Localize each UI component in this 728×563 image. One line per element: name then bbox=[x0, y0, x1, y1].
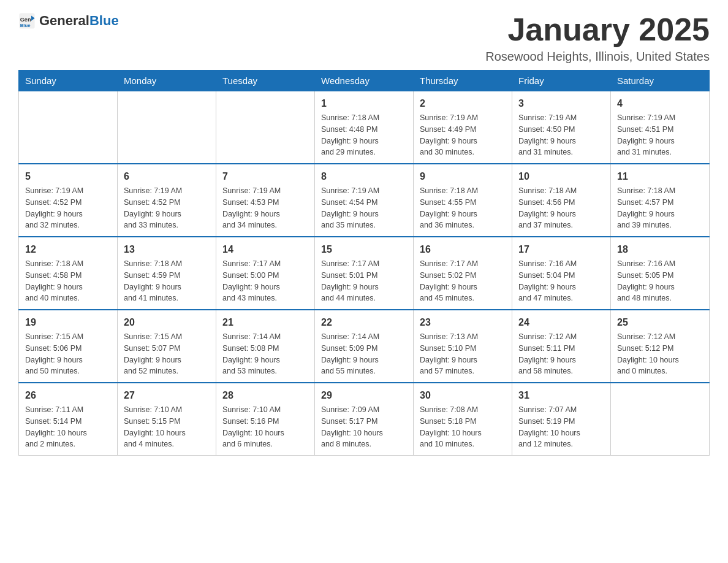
calendar-cell: 4Sunrise: 7:19 AMSunset: 4:51 PMDaylight… bbox=[611, 91, 710, 164]
day-number: 31 bbox=[518, 388, 604, 403]
day-number: 29 bbox=[321, 388, 407, 403]
day-info: Sunrise: 7:10 AMSunset: 5:16 PMDaylight:… bbox=[222, 404, 308, 450]
calendar-week-row: 26Sunrise: 7:11 AMSunset: 5:14 PMDayligh… bbox=[19, 383, 710, 456]
day-info: Sunrise: 7:11 AMSunset: 5:14 PMDaylight:… bbox=[25, 404, 111, 450]
calendar-week-row: 1Sunrise: 7:18 AMSunset: 4:48 PMDaylight… bbox=[19, 91, 710, 164]
day-info: Sunrise: 7:10 AMSunset: 5:15 PMDaylight:… bbox=[124, 404, 210, 450]
day-info: Sunrise: 7:19 AMSunset: 4:54 PMDaylight:… bbox=[321, 185, 407, 231]
day-info: Sunrise: 7:12 AMSunset: 5:11 PMDaylight:… bbox=[518, 331, 604, 377]
calendar-cell: 8Sunrise: 7:19 AMSunset: 4:54 PMDaylight… bbox=[315, 164, 414, 237]
calendar-cell: 11Sunrise: 7:18 AMSunset: 4:57 PMDayligh… bbox=[611, 164, 710, 237]
calendar-cell: 5Sunrise: 7:19 AMSunset: 4:52 PMDaylight… bbox=[19, 164, 118, 237]
day-number: 16 bbox=[420, 242, 506, 257]
logo-text-general: General bbox=[39, 13, 89, 28]
calendar-week-row: 19Sunrise: 7:15 AMSunset: 5:06 PMDayligh… bbox=[19, 310, 710, 383]
calendar-cell: 27Sunrise: 7:10 AMSunset: 5:15 PMDayligh… bbox=[118, 383, 216, 456]
page-header: Gen Blue GeneralBlue January 2025 Rosewo… bbox=[18, 12, 710, 64]
day-info: Sunrise: 7:19 AMSunset: 4:53 PMDaylight:… bbox=[222, 185, 308, 231]
day-info: Sunrise: 7:16 AMSunset: 5:04 PMDaylight:… bbox=[518, 258, 604, 304]
day-info: Sunrise: 7:15 AMSunset: 5:06 PMDaylight:… bbox=[25, 331, 111, 377]
calendar-cell: 17Sunrise: 7:16 AMSunset: 5:04 PMDayligh… bbox=[512, 237, 611, 310]
day-info: Sunrise: 7:17 AMSunset: 5:00 PMDaylight:… bbox=[222, 258, 308, 304]
calendar-cell: 6Sunrise: 7:19 AMSunset: 4:52 PMDaylight… bbox=[118, 164, 216, 237]
calendar-subtitle: Rosewood Heights, Illinois, United State… bbox=[485, 50, 710, 64]
calendar-cell bbox=[216, 91, 315, 164]
day-number: 15 bbox=[321, 242, 407, 257]
calendar-cell: 10Sunrise: 7:18 AMSunset: 4:56 PMDayligh… bbox=[512, 164, 611, 237]
title-block: January 2025 Rosewood Heights, Illinois,… bbox=[485, 12, 710, 64]
day-info: Sunrise: 7:19 AMSunset: 4:52 PMDaylight:… bbox=[25, 185, 111, 231]
day-info: Sunrise: 7:14 AMSunset: 5:09 PMDaylight:… bbox=[321, 331, 407, 377]
calendar-cell: 3Sunrise: 7:19 AMSunset: 4:50 PMDaylight… bbox=[512, 91, 611, 164]
day-info: Sunrise: 7:08 AMSunset: 5:18 PMDaylight:… bbox=[420, 404, 506, 450]
day-info: Sunrise: 7:17 AMSunset: 5:02 PMDaylight:… bbox=[420, 258, 506, 304]
day-number: 26 bbox=[25, 388, 111, 403]
calendar-cell: 30Sunrise: 7:08 AMSunset: 5:18 PMDayligh… bbox=[414, 383, 512, 456]
day-info: Sunrise: 7:18 AMSunset: 4:56 PMDaylight:… bbox=[518, 185, 604, 231]
calendar-cell: 25Sunrise: 7:12 AMSunset: 5:12 PMDayligh… bbox=[611, 310, 710, 383]
day-number: 22 bbox=[321, 315, 407, 330]
day-info: Sunrise: 7:07 AMSunset: 5:19 PMDaylight:… bbox=[518, 404, 604, 450]
logo-icon: Gen Blue bbox=[18, 12, 36, 29]
day-info: Sunrise: 7:18 AMSunset: 4:57 PMDaylight:… bbox=[617, 185, 703, 231]
calendar-cell: 24Sunrise: 7:12 AMSunset: 5:11 PMDayligh… bbox=[512, 310, 611, 383]
day-info: Sunrise: 7:14 AMSunset: 5:08 PMDaylight:… bbox=[222, 331, 308, 377]
day-info: Sunrise: 7:09 AMSunset: 5:17 PMDaylight:… bbox=[321, 404, 407, 450]
day-info: Sunrise: 7:19 AMSunset: 4:49 PMDaylight:… bbox=[420, 112, 506, 158]
day-number: 14 bbox=[222, 242, 308, 257]
day-number: 2 bbox=[420, 96, 506, 111]
day-info: Sunrise: 7:19 AMSunset: 4:51 PMDaylight:… bbox=[617, 112, 703, 158]
calendar-cell: 31Sunrise: 7:07 AMSunset: 5:19 PMDayligh… bbox=[512, 383, 611, 456]
day-info: Sunrise: 7:18 AMSunset: 4:58 PMDaylight:… bbox=[25, 258, 111, 304]
weekday-header-wednesday: Wednesday bbox=[315, 71, 414, 91]
calendar-table: SundayMondayTuesdayWednesdayThursdayFrid… bbox=[18, 70, 710, 456]
calendar-cell: 28Sunrise: 7:10 AMSunset: 5:16 PMDayligh… bbox=[216, 383, 315, 456]
calendar-cell: 21Sunrise: 7:14 AMSunset: 5:08 PMDayligh… bbox=[216, 310, 315, 383]
day-number: 23 bbox=[420, 315, 506, 330]
calendar-cell: 19Sunrise: 7:15 AMSunset: 5:06 PMDayligh… bbox=[19, 310, 118, 383]
weekday-header-monday: Monday bbox=[118, 71, 216, 91]
day-number: 7 bbox=[222, 169, 308, 184]
weekday-header-friday: Friday bbox=[512, 71, 611, 91]
calendar-cell: 12Sunrise: 7:18 AMSunset: 4:58 PMDayligh… bbox=[19, 237, 118, 310]
calendar-cell: 7Sunrise: 7:19 AMSunset: 4:53 PMDaylight… bbox=[216, 164, 315, 237]
day-info: Sunrise: 7:18 AMSunset: 4:48 PMDaylight:… bbox=[321, 112, 407, 158]
day-info: Sunrise: 7:18 AMSunset: 4:59 PMDaylight:… bbox=[124, 258, 210, 304]
calendar-cell: 22Sunrise: 7:14 AMSunset: 5:09 PMDayligh… bbox=[315, 310, 414, 383]
calendar-week-row: 5Sunrise: 7:19 AMSunset: 4:52 PMDaylight… bbox=[19, 164, 710, 237]
day-info: Sunrise: 7:18 AMSunset: 4:55 PMDaylight:… bbox=[420, 185, 506, 231]
calendar-cell: 23Sunrise: 7:13 AMSunset: 5:10 PMDayligh… bbox=[414, 310, 512, 383]
calendar-cell: 29Sunrise: 7:09 AMSunset: 5:17 PMDayligh… bbox=[315, 383, 414, 456]
logo: Gen Blue GeneralBlue bbox=[18, 12, 119, 29]
day-number: 19 bbox=[25, 315, 111, 330]
day-number: 30 bbox=[420, 388, 506, 403]
svg-text:Blue: Blue bbox=[20, 23, 31, 28]
weekday-header-thursday: Thursday bbox=[414, 71, 512, 91]
weekday-header-saturday: Saturday bbox=[611, 71, 710, 91]
calendar-header-row: SundayMondayTuesdayWednesdayThursdayFrid… bbox=[19, 71, 710, 91]
day-number: 11 bbox=[617, 169, 703, 184]
calendar-cell bbox=[118, 91, 216, 164]
day-number: 6 bbox=[124, 169, 210, 184]
calendar-cell: 20Sunrise: 7:15 AMSunset: 5:07 PMDayligh… bbox=[118, 310, 216, 383]
day-number: 20 bbox=[124, 315, 210, 330]
day-number: 21 bbox=[222, 315, 308, 330]
day-number: 3 bbox=[518, 96, 604, 111]
calendar-cell: 1Sunrise: 7:18 AMSunset: 4:48 PMDaylight… bbox=[315, 91, 414, 164]
day-info: Sunrise: 7:12 AMSunset: 5:12 PMDaylight:… bbox=[617, 331, 703, 377]
day-number: 25 bbox=[617, 315, 703, 330]
calendar-week-row: 12Sunrise: 7:18 AMSunset: 4:58 PMDayligh… bbox=[19, 237, 710, 310]
day-number: 12 bbox=[25, 242, 111, 257]
day-number: 8 bbox=[321, 169, 407, 184]
day-number: 5 bbox=[25, 169, 111, 184]
calendar-cell: 2Sunrise: 7:19 AMSunset: 4:49 PMDaylight… bbox=[414, 91, 512, 164]
day-number: 13 bbox=[124, 242, 210, 257]
calendar-cell: 26Sunrise: 7:11 AMSunset: 5:14 PMDayligh… bbox=[19, 383, 118, 456]
day-number: 24 bbox=[518, 315, 604, 330]
day-info: Sunrise: 7:15 AMSunset: 5:07 PMDaylight:… bbox=[124, 331, 210, 377]
day-number: 27 bbox=[124, 388, 210, 403]
day-number: 1 bbox=[321, 96, 407, 111]
svg-text:Gen: Gen bbox=[20, 17, 31, 23]
day-number: 10 bbox=[518, 169, 604, 184]
weekday-header-sunday: Sunday bbox=[19, 71, 118, 91]
